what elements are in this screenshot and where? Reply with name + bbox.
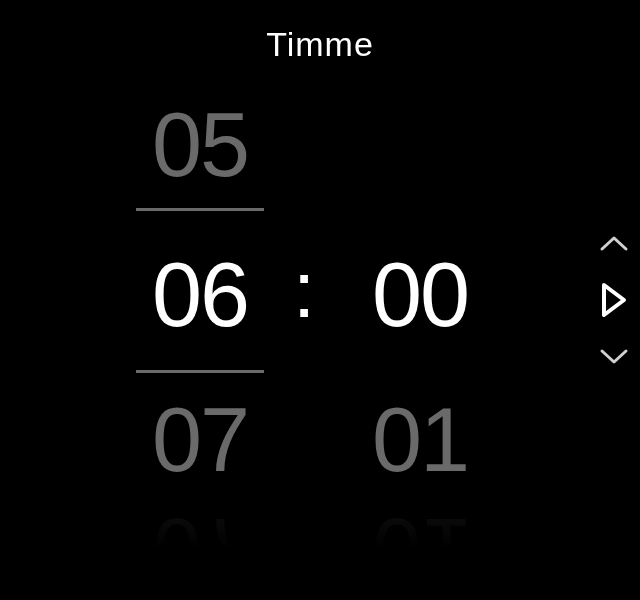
chevron-down-icon bbox=[598, 347, 630, 367]
time-picker: 05 06 07 07 : 00 01 01 bbox=[130, 95, 510, 575]
hour-current: 06 bbox=[130, 250, 270, 340]
time-separator: : bbox=[293, 250, 315, 330]
down-button[interactable] bbox=[598, 347, 630, 367]
up-button[interactable] bbox=[598, 233, 630, 253]
hour-next: 07 bbox=[130, 395, 270, 485]
minute-next: 01 bbox=[350, 395, 490, 485]
divider-top bbox=[136, 208, 264, 211]
chevron-up-icon bbox=[598, 233, 630, 253]
minute-reflection: 01 bbox=[350, 505, 490, 595]
hour-reflection: 07 bbox=[130, 505, 270, 595]
nav-controls bbox=[598, 233, 630, 367]
page-title: Timme bbox=[266, 25, 374, 64]
play-icon bbox=[598, 281, 630, 319]
hour-prev: 05 bbox=[130, 100, 270, 190]
divider-bottom bbox=[136, 370, 264, 373]
confirm-button[interactable] bbox=[598, 281, 630, 319]
minute-current: 00 bbox=[350, 250, 490, 340]
